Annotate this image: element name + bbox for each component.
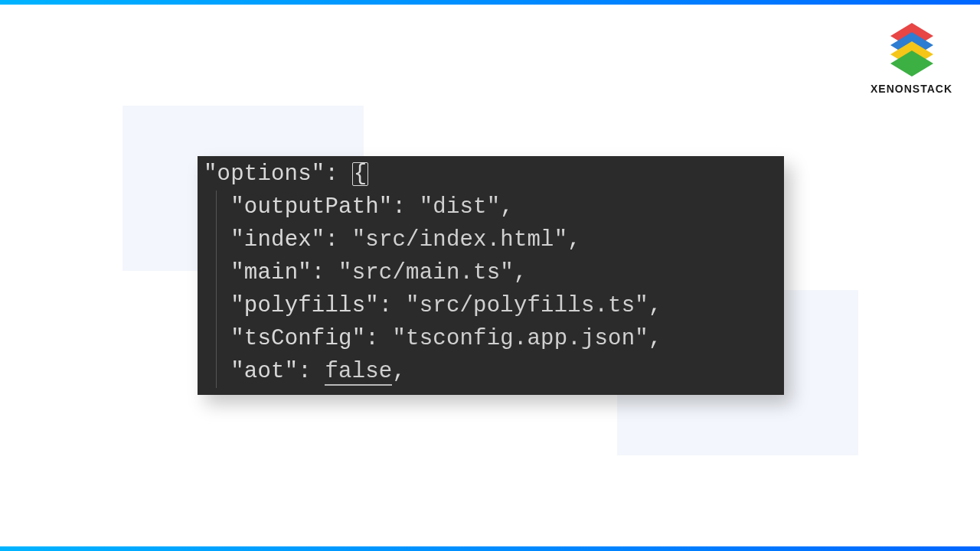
val-tsConfig: "tsconfig.app.json" — [392, 326, 648, 351]
comma: , — [392, 359, 406, 384]
key-aot: "aot" — [230, 359, 298, 384]
colon: : — [312, 260, 338, 285]
val-outputPath: "dist" — [420, 194, 501, 220]
colon: : — [392, 194, 419, 220]
comma: , — [648, 326, 662, 351]
key-polyfills: "polyfills" — [230, 293, 379, 318]
val-main: "src/main.ts" — [338, 260, 514, 285]
comma: , — [514, 260, 528, 285]
key-tsConfig: "tsConfig" — [230, 326, 365, 351]
key-options: "options" — [204, 161, 325, 187]
key-outputPath: "outputPath" — [230, 194, 392, 220]
comma: , — [648, 293, 662, 318]
comma: , — [500, 194, 514, 220]
top-accent-bar — [0, 0, 980, 5]
code-editor-window: "options": { "outputPath": "dist", "inde… — [198, 156, 784, 395]
svg-marker-3 — [890, 51, 933, 77]
cursor-on-brace: { — [352, 162, 369, 186]
val-index: "src/index.html" — [352, 227, 568, 253]
code-content: "options": { "outputPath": "dist", "inde… — [198, 156, 668, 395]
bottom-accent-bar — [0, 546, 980, 551]
stack-icon — [890, 23, 933, 77]
colon: : — [325, 227, 351, 253]
key-index: "index" — [230, 227, 325, 253]
val-polyfills: "src/polyfills.ts" — [406, 293, 648, 318]
key-main: "main" — [230, 260, 312, 285]
brand-name: XENONSTACK — [871, 83, 952, 95]
val-aot: false — [325, 359, 392, 386]
comma: , — [567, 227, 581, 253]
colon: : — [298, 359, 325, 384]
colon: : — [379, 293, 406, 318]
colon: : — [325, 161, 351, 187]
brand-logo: XENONSTACK — [871, 23, 952, 95]
colon: : — [365, 326, 392, 351]
